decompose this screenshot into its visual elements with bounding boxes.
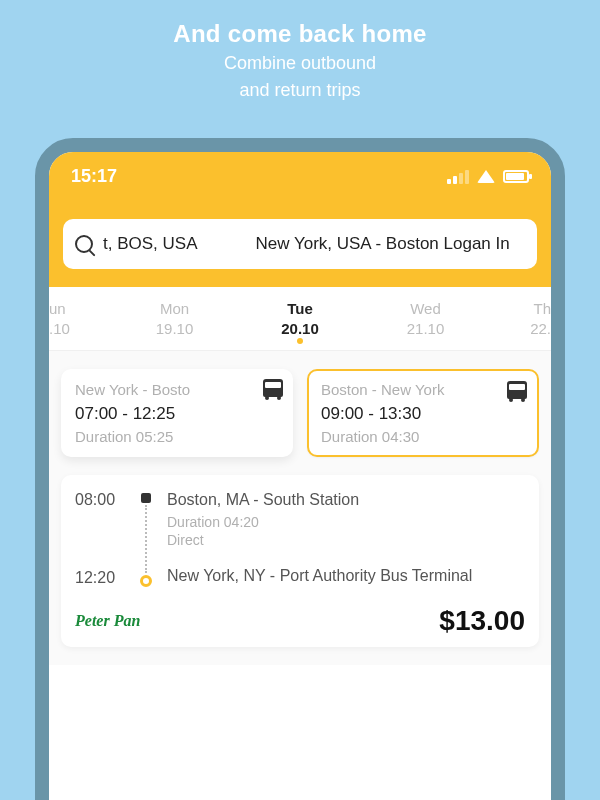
trip-segments: New York - Bosto 07:00 - 12:25 Duration … (61, 369, 539, 457)
date-dow: Tue (237, 299, 363, 319)
date-selector[interactable]: un .10 Mon 19.10 Tue 20.10 Wed 21.10 Th … (49, 287, 551, 351)
trip-transfers: Direct (167, 532, 204, 548)
carrier-logo: Peter Pan (75, 612, 140, 630)
segment-times: 07:00 - 12:25 (75, 404, 279, 424)
date-dow: Th (488, 299, 551, 319)
date-option[interactable]: Th 22. (488, 287, 551, 350)
date-option[interactable]: Mon 19.10 (112, 287, 238, 350)
price-row: Peter Pan $13.00 (75, 605, 525, 637)
search-from-text: t, BOS, USA (103, 234, 197, 254)
trip-result-card[interactable]: 08:00 12:20 Boston, MA - South Station D… (61, 475, 539, 648)
outbound-segment-card[interactable]: New York - Bosto 07:00 - 12:25 Duration … (61, 369, 293, 457)
trip-stops-column: Boston, MA - South Station Duration 04:2… (167, 491, 525, 588)
trip-price: $13.00 (439, 605, 525, 637)
segment-duration: Duration 04:30 (321, 428, 525, 445)
segment-duration: Duration 05:25 (75, 428, 279, 445)
date-option[interactable]: un .10 (49, 287, 112, 350)
date-option[interactable]: Wed 21.10 (363, 287, 489, 350)
date-dow: Wed (363, 299, 489, 319)
departure-time: 08:00 (75, 491, 125, 509)
status-icons (447, 170, 529, 184)
battery-icon (503, 170, 529, 183)
promo-title: And come back home (0, 20, 600, 48)
results-body: New York - Bosto 07:00 - 12:25 Duration … (49, 351, 551, 666)
return-segment-card[interactable]: Boston - New York 09:00 - 13:30 Duration… (307, 369, 539, 457)
date-dow: un (49, 299, 112, 319)
device-frame: 15:17 t, BOS, USA New York, USA - Boston… (35, 138, 565, 800)
wifi-icon (477, 170, 495, 183)
arrival-time: 12:20 (75, 569, 125, 587)
date-dm: 19.10 (112, 319, 238, 339)
promo-banner: And come back home Combine outbound and … (0, 0, 600, 103)
departure-stop: Boston, MA - South Station (167, 491, 525, 509)
date-dm: 21.10 (363, 319, 489, 339)
status-time: 15:17 (71, 166, 117, 187)
route-search-bar[interactable]: t, BOS, USA New York, USA - Boston Logan… (63, 219, 537, 269)
trip-duration: Duration 04:20 (167, 514, 259, 530)
bus-icon (507, 381, 527, 399)
promo-subtitle-line2: and return trips (0, 79, 600, 102)
app-header: 15:17 t, BOS, USA New York, USA - Boston… (49, 152, 551, 287)
date-dow: Mon (112, 299, 238, 319)
trip-timeline: 08:00 12:20 Boston, MA - South Station D… (75, 491, 525, 588)
segment-times: 09:00 - 13:30 (321, 404, 525, 424)
status-bar: 15:17 (49, 152, 551, 193)
promo-subtitle-line1: Combine outbound (0, 52, 600, 75)
date-dm: 20.10 (237, 319, 363, 339)
date-dm: .10 (49, 319, 112, 339)
signal-icon (447, 170, 469, 184)
bus-icon (263, 379, 283, 397)
segment-route: Boston - New York (321, 381, 525, 398)
arrival-stop: New York, NY - Port Authority Bus Termin… (167, 566, 525, 587)
search-icon (75, 235, 93, 253)
trip-times-column: 08:00 12:20 (75, 491, 125, 588)
date-option-active[interactable]: Tue 20.10 (237, 287, 363, 350)
search-to-text: New York, USA - Boston Logan In (255, 234, 509, 254)
segment-route: New York - Bosto (75, 381, 279, 398)
date-dm: 22. (488, 319, 551, 339)
route-line-icon (139, 491, 153, 588)
